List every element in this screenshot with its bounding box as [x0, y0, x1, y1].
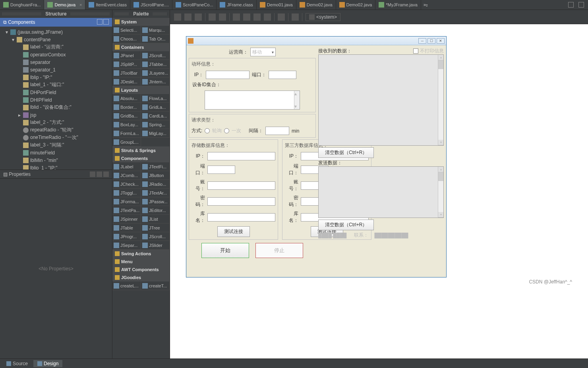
minute-field[interactable]: [265, 127, 289, 135]
palette-item[interactable]: Spring...: [141, 120, 170, 129]
palette-item[interactable]: JList: [141, 215, 170, 223]
clear-recv-button[interactable]: 清空数据（Ctrl+R）: [318, 147, 374, 158]
tree-node[interactable]: DHIPField: [0, 96, 112, 104]
palette-list[interactable]: SystemSelecti...Marqu...Choos...Tab Or..…: [112, 18, 170, 290]
palette-item[interactable]: JSlider: [141, 241, 170, 250]
store-test-button[interactable]: 测试连接: [217, 226, 250, 237]
palette-item[interactable]: GroupL...: [112, 138, 141, 146]
palette-category[interactable]: JGoodies: [112, 274, 170, 281]
editor-tab[interactable]: Demo02.java: [336, 0, 376, 10]
palette-item[interactable]: FlowLa...: [141, 94, 170, 103]
tree-node[interactable]: ▾contentPane: [0, 36, 112, 43]
palette-item[interactable]: JSpinner: [112, 215, 141, 223]
palette-item[interactable]: JPanel: [112, 51, 141, 60]
tree-node[interactable]: separator_1: [0, 66, 112, 73]
tree-node[interactable]: repeatRadio - "轮询": [0, 126, 112, 134]
palette-item[interactable]: JForma...: [112, 197, 141, 206]
editor-tab[interactable]: Demo02.java: [296, 0, 336, 10]
maximize-icon[interactable]: ☐: [427, 38, 435, 44]
send-textarea[interactable]: ▴▾: [318, 166, 444, 218]
palette-item[interactable]: CardLa...: [141, 112, 170, 120]
dh-port-field[interactable]: [269, 71, 296, 79]
palette-item[interactable]: BoxLay...: [112, 120, 141, 129]
palette-category[interactable]: Components: [112, 154, 170, 162]
palette-item[interactable]: JTree: [141, 223, 170, 232]
clear-send-button[interactable]: 清空数据（Ctrl+R）: [318, 220, 374, 230]
palette-item[interactable]: JScroll...: [141, 51, 170, 60]
design-tab[interactable]: Design: [33, 360, 62, 367]
components-bar[interactable]: ⧉ Components: [0, 18, 112, 27]
editor-tab[interactable]: Demo.java×: [44, 0, 85, 10]
palette-item[interactable]: JScroll...: [141, 232, 170, 241]
onetime-radio[interactable]: [224, 128, 229, 133]
palette-item[interactable]: JRadio...: [141, 180, 170, 189]
recv-textarea[interactable]: ▴▾: [318, 54, 444, 146]
palette-category[interactable]: Containers: [112, 43, 170, 51]
toolbar-icon[interactable]: [278, 13, 285, 21]
store-password[interactable]: [207, 197, 275, 206]
palette-item[interactable]: JSepar...: [112, 241, 141, 250]
tree-node[interactable]: operatorCombox: [0, 51, 112, 58]
palette-category[interactable]: Struts & Springs: [112, 146, 170, 154]
palette-item[interactable]: JToggl...: [112, 189, 141, 197]
palette-item[interactable]: FormLa...: [112, 129, 141, 138]
tree-node[interactable]: lblip - "IP:": [0, 73, 112, 81]
palette-item[interactable]: Choos...: [112, 35, 141, 43]
palette-category[interactable]: Swing Actions: [112, 250, 170, 258]
editor-tab[interactable]: JFrame.class: [217, 0, 256, 10]
minimize-icon[interactable]: ─: [418, 38, 426, 44]
editor-tab[interactable]: ScrollPaneCo...: [172, 0, 217, 10]
palette-item[interactable]: JCheck...: [112, 180, 141, 189]
editor-toolbar[interactable]: <system>: [170, 10, 588, 24]
editor-tab[interactable]: DonghuanFra...: [0, 0, 44, 10]
operator-combo[interactable]: 移动: [250, 48, 276, 56]
tree-node[interactable]: separator: [0, 58, 112, 66]
palette-item[interactable]: Border...: [112, 103, 141, 112]
palette-item[interactable]: createT...: [141, 281, 170, 290]
palette-item[interactable]: Absolu...: [112, 94, 141, 103]
noprint-checkbox[interactable]: 不打印信息: [413, 48, 444, 54]
look-and-feel-selector[interactable]: <system>: [306, 13, 340, 21]
palette-item[interactable]: JLabel: [112, 162, 141, 171]
close-icon[interactable]: ✕: [437, 38, 445, 44]
copy-icon[interactable]: [243, 13, 250, 21]
toolbar-icon[interactable]: [174, 13, 181, 21]
palette-item[interactable]: JToolBar: [112, 69, 141, 77]
palette-item[interactable]: JTextAr...: [141, 189, 170, 197]
palette-item[interactable]: JButton: [141, 171, 170, 180]
palette-item[interactable]: MigLay...: [141, 129, 170, 138]
tree-node[interactable]: ▾(javax.swing.JFrame): [0, 28, 112, 36]
tree-node[interactable]: label_3 - "间隔:": [0, 141, 112, 149]
palette-category[interactable]: AWT Components: [112, 266, 170, 274]
repeat-radio[interactable]: [205, 128, 210, 133]
tree-node[interactable]: lblid - "设备ID集合:": [0, 104, 112, 111]
palette-item[interactable]: JPassw...: [141, 197, 170, 206]
palette-item[interactable]: JProgr...: [112, 232, 141, 241]
editor-tab[interactable]: JScrollPane....: [130, 0, 172, 10]
palette-item[interactable]: JIntern...: [141, 77, 170, 86]
palette-category[interactable]: System: [112, 18, 170, 26]
editor-tab[interactable]: *MyJFrame.java: [375, 0, 421, 10]
tree-node[interactable]: oneTimeRadio - "一次": [0, 134, 112, 141]
palette-item[interactable]: GridLa...: [141, 103, 170, 112]
palette-item[interactable]: Tab Or...: [141, 35, 170, 43]
editor-tab[interactable]: ItemEvent.class: [85, 0, 130, 10]
delete-icon[interactable]: [264, 13, 271, 21]
tree-node[interactable]: DHPortField: [0, 89, 112, 96]
structure-buttons[interactable]: [96, 19, 109, 26]
start-button[interactable]: 开始: [201, 243, 249, 258]
palette-item[interactable]: JComb...: [112, 171, 141, 180]
more-tabs[interactable]: »₂: [421, 0, 431, 10]
globe-icon[interactable]: [292, 13, 299, 21]
palette-item[interactable]: createL...: [112, 281, 141, 290]
palette-item[interactable]: JTabbe...: [141, 60, 170, 69]
palette-item[interactable]: JTextFi...: [141, 162, 170, 171]
tree-node[interactable]: lblMin - "min": [0, 156, 112, 164]
device-id-area[interactable]: ▴▾: [205, 91, 300, 110]
editor-tab[interactable]: Demo01.java: [257, 0, 296, 10]
cut-icon[interactable]: [233, 13, 240, 21]
palette-item[interactable]: JDeskt...: [112, 77, 141, 86]
design-canvas[interactable]: ─ ☐ ✕ 运营商： 移动 动环信息： IP：: [170, 24, 588, 358]
tree-node[interactable]: lblip_1 - "IP:": [0, 164, 112, 170]
store-ip[interactable]: [207, 152, 275, 160]
